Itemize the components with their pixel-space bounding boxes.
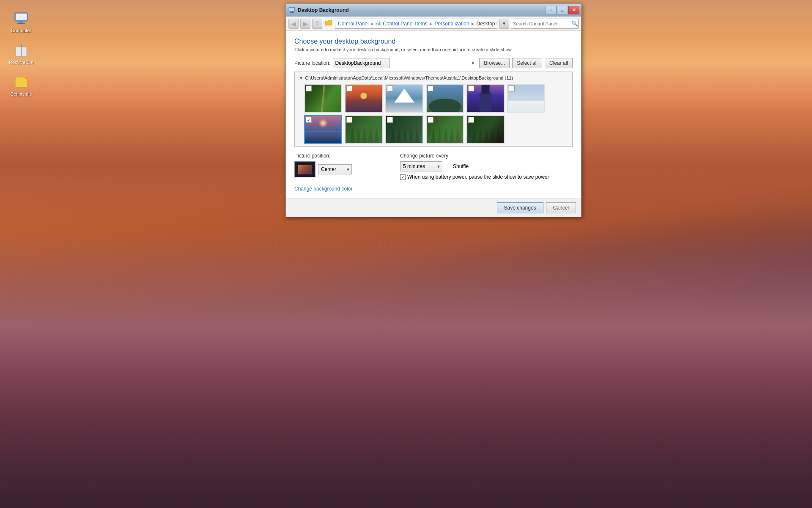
breadcrumb-sep-3: ► (471, 21, 475, 26)
position-preview-row: Fill Fit Stretch Tile Center ▼ (294, 161, 387, 177)
breadcrumb-sep-1: ► (370, 21, 375, 26)
page-heading: Choose your desktop background (294, 38, 573, 45)
location-select[interactable]: DesktopBackground (333, 58, 390, 68)
svg-rect-2 (19, 21, 23, 23)
position-preview (294, 161, 315, 177)
svg-rect-3 (17, 23, 25, 24)
back-button[interactable]: ◀ (288, 19, 299, 29)
folder-path: C:\Users\Administrator\AppData\Local\Mic… (305, 75, 513, 80)
thumb-check-1[interactable] (306, 86, 312, 91)
interval-select-wrapper: 10 seconds 30 seconds 1 minute 2 minutes… (400, 161, 442, 171)
computer-icon (13, 10, 30, 27)
titlebar-icon (288, 6, 296, 14)
change-picture-label: Change picture every: (400, 153, 573, 159)
content-area: Choose your desktop background Click a p… (286, 31, 581, 199)
image-grid: ✓ (297, 84, 570, 144)
thumbnail-4[interactable] (426, 84, 464, 113)
thumbnail-11[interactable] (466, 115, 505, 144)
thumb-check-8[interactable] (346, 117, 352, 123)
thumb-check-5[interactable] (468, 86, 474, 91)
thumbnail-2[interactable] (345, 84, 383, 113)
thumbnail-8[interactable] (345, 115, 383, 144)
shuffle-checkbox[interactable] (446, 164, 451, 169)
thumbnail-5[interactable] (466, 84, 505, 113)
previous-locations-button[interactable]: ▼ (499, 19, 509, 29)
thumb-check-6[interactable] (509, 86, 515, 91)
thumb-check-2[interactable] (346, 86, 352, 91)
breadcrumb-folder-icon (325, 20, 332, 27)
up-button[interactable]: ⇧ (312, 19, 322, 29)
forward-button[interactable]: ▶ (300, 19, 310, 29)
search-input[interactable] (513, 21, 571, 26)
position-section: Picture position: Fill Fit Stretch Tile … (294, 153, 573, 180)
titlebar-title: Desktop Background (298, 7, 545, 13)
thumb-check-11[interactable] (468, 117, 474, 123)
thumbnail-6[interactable] (507, 84, 545, 113)
svg-rect-7 (289, 8, 294, 11)
svg-rect-8 (291, 11, 293, 12)
select-all-button[interactable]: Select all (512, 58, 542, 68)
battery-label: When using battery power, pause the slid… (407, 174, 549, 180)
battery-checkbox[interactable]: ✓ (400, 174, 406, 180)
minimize-button[interactable]: – (546, 6, 557, 14)
save-changes-button[interactable]: Save changes (497, 202, 543, 213)
svg-rect-9 (290, 12, 294, 13)
location-select-wrapper: DesktopBackground ▼ (333, 58, 477, 68)
thumbnail-7[interactable]: ✓ (304, 115, 342, 144)
thumbnail-9[interactable] (385, 115, 423, 144)
addressbar: ◀ ▶ ⇧ Control Panel ► All Control Panel … (286, 17, 581, 31)
location-select-arrow: ▼ (471, 61, 475, 66)
thumbnail-3[interactable] (385, 84, 423, 113)
bottom-bar: Save changes Cancel (286, 199, 581, 217)
scripts-icon-label: Scripts.dis (11, 91, 32, 97)
thumb-check-7[interactable]: ✓ (306, 117, 312, 123)
change-background-color-link[interactable]: Change background color (294, 186, 352, 192)
thumb-check-4[interactable] (428, 86, 433, 91)
position-select-wrapper: Fill Fit Stretch Tile Center ▼ (318, 164, 352, 174)
shuffle-label: Shuffle (453, 163, 469, 169)
thumb-check-9[interactable] (387, 117, 393, 123)
close-button[interactable]: ✕ (568, 6, 579, 14)
change-picture-section: Change picture every: 10 seconds 30 seco… (400, 153, 573, 180)
interval-select[interactable]: 10 seconds 30 seconds 1 minute 2 minutes… (400, 161, 442, 171)
folder-expand-arrow[interactable]: ▼ (299, 76, 303, 80)
thumbnail-10[interactable] (426, 115, 464, 144)
browse-button[interactable]: Browse... (479, 58, 510, 68)
breadcrumb-control-panel[interactable]: Control Panel (338, 21, 369, 27)
desktop-icon-computer[interactable]: Computer (6, 8, 36, 35)
recycle-icon-label: Recycle Bin (9, 60, 33, 65)
shuffle-row: Shuffle (446, 163, 469, 169)
cancel-button[interactable]: Cancel (546, 202, 576, 213)
clear-all-button[interactable]: Clear all (545, 58, 573, 68)
computer-icon-label: Computer (11, 28, 31, 33)
location-row: Picture location: DesktopBackground ▼ Br… (294, 58, 573, 68)
position-left: Picture position: Fill Fit Stretch Tile … (294, 153, 387, 180)
battery-row: ✓ When using battery power, pause the sl… (400, 174, 573, 180)
breadcrumb-all-items[interactable]: All Control Panel Items (376, 21, 428, 27)
breadcrumb-current: Desktop Background (477, 21, 497, 27)
position-select[interactable]: Fill Fit Stretch Tile Center (318, 164, 352, 174)
svg-rect-1 (16, 14, 27, 20)
recycle-icon (13, 42, 30, 59)
thumbnail-1[interactable] (304, 84, 342, 113)
desktop-icon-scripts[interactable]: Scripts.dis (6, 72, 36, 98)
titlebar: Desktop Background – □ ✕ (286, 4, 581, 17)
water-overlay (0, 229, 812, 508)
interval-row: 10 seconds 30 seconds 1 minute 2 minutes… (400, 161, 573, 171)
search-bar: 🔍 (511, 19, 579, 29)
breadcrumb-sep-2: ► (429, 21, 433, 26)
position-label: Picture position: (294, 153, 387, 159)
search-icon[interactable]: 🔍 (571, 20, 578, 27)
picture-location-label: Picture location: (294, 60, 330, 66)
gallery-container: ▼ C:\Users\Administrator\AppData\Local\M… (294, 72, 573, 147)
thumb-check-10[interactable] (428, 117, 433, 123)
folder-header: ▼ C:\Users\Administrator\AppData\Local\M… (297, 75, 570, 81)
breadcrumb-personalization[interactable]: Personalization (435, 21, 469, 27)
control-panel-window: Desktop Background – □ ✕ ◀ ▶ ⇧ Control P… (285, 3, 582, 217)
breadcrumb-bar: Control Panel ► All Control Panel Items … (335, 19, 497, 29)
maximize-button[interactable]: □ (557, 6, 568, 14)
scripts-icon (13, 74, 30, 91)
desktop-icon-recycle[interactable]: Recycle Bin (6, 40, 36, 66)
position-mini-image (298, 165, 312, 174)
thumb-check-3[interactable] (387, 86, 393, 91)
